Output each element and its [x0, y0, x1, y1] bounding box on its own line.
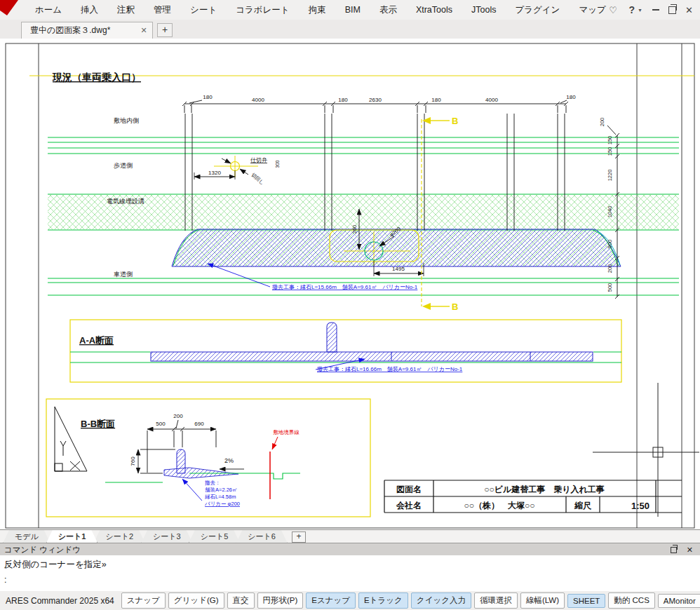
status-quickinput-button[interactable]: クイック入力	[411, 592, 471, 609]
svg-text:4000: 4000	[252, 97, 264, 103]
sheet-tab-1[interactable]: シート1	[46, 530, 98, 543]
label-road: 車道側	[114, 271, 133, 278]
app-version-label: ARES Commander 2025 x64	[0, 596, 121, 606]
status-sheet-button[interactable]: SHEET	[567, 594, 605, 608]
menu-plugins[interactable]: プラグイン	[515, 4, 560, 16]
titleblock-company-value: ○○（株） 大塚○○	[464, 501, 535, 510]
svg-text:150: 150	[607, 136, 613, 145]
titleblock-drawing-name-label: 図面名	[396, 484, 422, 494]
status-snap-button[interactable]: スナップ	[121, 592, 166, 609]
add-sheet-button[interactable]: +	[292, 531, 306, 543]
svg-text:4000: 4000	[485, 97, 498, 103]
menu-annotate[interactable]: 注釈	[117, 4, 135, 16]
menu-sheet[interactable]: シート	[190, 4, 217, 16]
document-tab-bar: 豊中の図面案３.dwg* ✕ +	[0, 20, 700, 39]
menu-xtratools[interactable]: XtraTools	[416, 5, 452, 15]
status-amonitor-button[interactable]: AMonitor	[658, 594, 700, 608]
help-glyph: ?	[629, 4, 635, 15]
menu-bim[interactable]: BIM	[345, 5, 361, 15]
command-input-area[interactable]: 反対側のコーナーを指定» :	[0, 555, 700, 592]
help-icon[interactable]: ? ▼	[629, 0, 643, 20]
cad-drawing: 180 4000 180 2630 180 4000 180 200 150 1…	[0, 39, 700, 529]
close-window-button[interactable]: ✕	[685, 0, 693, 20]
command-prompt-line2: :	[0, 571, 700, 585]
section-bb: B-B断面 500 200 690 760 2% 敷地境界線	[46, 399, 370, 517]
status-polar-button[interactable]: 円形状(P)	[257, 592, 304, 609]
help-caret-icon: ▼	[638, 8, 642, 13]
svg-text:180: 180	[338, 97, 348, 103]
menu-items: ホーム 挿入 注釈 管理 シート コラボレート 拘束 BIM 表示 XtraTo…	[35, 0, 606, 20]
menu-insert[interactable]: 挿入	[81, 4, 98, 16]
bb-dim-760: 760	[130, 456, 136, 466]
plan-title: 現況（車両乗入口）	[52, 72, 141, 83]
restore-button[interactable]	[668, 0, 676, 20]
sheet-tab-5[interactable]: シート5	[189, 530, 241, 543]
status-etrack-button[interactable]: Eトラック	[358, 592, 408, 609]
sheet-tab-2[interactable]: シート2	[93, 530, 145, 543]
command-window-header[interactable]: コマンド ウィンドウ ✕	[0, 543, 700, 556]
menu-constrain[interactable]: 拘束	[309, 4, 326, 16]
menu-home[interactable]: ホーム	[35, 4, 62, 16]
status-grid-button[interactable]: グリッド(G)	[168, 592, 224, 609]
detail-width-dim: 1495	[392, 266, 405, 272]
label-sidewalk: 歩道側	[114, 162, 133, 169]
plan-labels: 敷地内側 歩道側 電気線埋設溝 車道側	[107, 117, 144, 278]
svg-text:舗装A=2.26㎡: 舗装A=2.26㎡	[205, 487, 237, 493]
plan-note: 撤去工事：縁石L=15.66m 舗装A=9.61㎡ バリカーNo-1	[208, 264, 418, 290]
plan-top-dimension-values: 180 4000 180 2630 180 4000 180	[203, 94, 576, 103]
titleblock-scale-value: 1:50	[631, 501, 649, 511]
gate-valve-detail: 仕切弁 300 切回し 1320	[194, 156, 280, 186]
bb-dim-200: 200	[173, 413, 183, 419]
svg-text:撤去：: 撤去：	[205, 480, 221, 486]
document-tab-close-icon[interactable]: ✕	[135, 26, 152, 35]
svg-text:500: 500	[607, 283, 613, 292]
drawing-canvas[interactable]: 180 4000 180 2630 180 4000 180 200 150 1…	[0, 39, 700, 529]
section-marker-b-bottom: B	[452, 301, 458, 312]
command-close-icon[interactable]: ✕	[687, 545, 693, 555]
sheet-tab-model[interactable]: モデル	[3, 530, 51, 543]
titleblock-drawing-name-value: ○○ビル建替工事 乗り入れ工事	[484, 484, 605, 494]
svg-text:200: 200	[607, 264, 613, 273]
bb-dim-690: 690	[194, 421, 204, 427]
minimize-icon	[652, 9, 659, 11]
menu-view[interactable]: 表示	[379, 4, 397, 16]
status-esnap-button[interactable]: Eスナップ	[306, 592, 356, 609]
svg-text:180: 180	[431, 97, 441, 103]
sheet-tab-6[interactable]: シート6	[236, 530, 288, 543]
menu-collaborate[interactable]: コラボレート	[236, 4, 289, 16]
document-tab[interactable]: 豊中の図面案３.dwg* ✕	[21, 22, 153, 39]
svg-text:1040: 1040	[607, 206, 613, 218]
status-ortho-button[interactable]: 直交	[227, 592, 255, 609]
svg-text:180: 180	[566, 94, 576, 100]
status-dynamic-ccs-button[interactable]: 動的 CCS	[608, 592, 654, 609]
bb-dim-500: 500	[156, 421, 166, 427]
minimize-button[interactable]	[652, 0, 659, 20]
section-marker-b-top: B	[452, 116, 458, 126]
favorite-icon[interactable]: ♡	[609, 0, 617, 20]
plan-note-text: 撤去工事：縁石L=15.66m 舗装A=9.61㎡ バリカーNo-1	[272, 284, 418, 290]
command-window-title: コマンド ウィンドウ	[0, 545, 671, 555]
bb-section-title: B-B断面	[81, 419, 115, 429]
menu-manage[interactable]: 管理	[154, 4, 171, 16]
sheet-tab-3[interactable]: シート3	[141, 530, 193, 543]
valve-dim-1320: 1320	[208, 170, 221, 176]
menu-jtools[interactable]: JTools	[471, 5, 496, 15]
bb-slope-label: 2%	[224, 457, 234, 464]
label-site-inner: 敷地内側	[114, 117, 139, 124]
command-float-icon[interactable]	[671, 547, 677, 553]
valve-box-dim: 300	[275, 160, 280, 168]
restore-icon	[668, 6, 676, 14]
bb-note-text: 撤去： 舗装A=2.26㎡ 縁石L=4.58m バリカー φ200	[204, 480, 240, 507]
svg-text:1220: 1220	[607, 170, 613, 182]
svg-text:900: 900	[607, 240, 613, 249]
menu-map[interactable]: マップ	[579, 4, 605, 16]
new-document-tab-button[interactable]: +	[157, 23, 173, 37]
status-cycle-select-button[interactable]: 循環選択	[474, 592, 518, 609]
sheet-tab-bar: モデル シート1 シート2 シート3 シート5 シート6 +	[0, 529, 700, 543]
status-lineweight-button[interactable]: 線幅(LW)	[520, 592, 565, 609]
ucs-icon	[55, 407, 87, 471]
app-logo-icon[interactable]	[0, 0, 20, 18]
svg-text:180: 180	[203, 94, 213, 100]
section-aa: A-A断面 撤去工事：縁石L=16.66m 舗装A=9.61㎡ バリカーNo-1	[70, 320, 621, 382]
bb-boundary-label: 敷地境界線	[273, 429, 299, 435]
